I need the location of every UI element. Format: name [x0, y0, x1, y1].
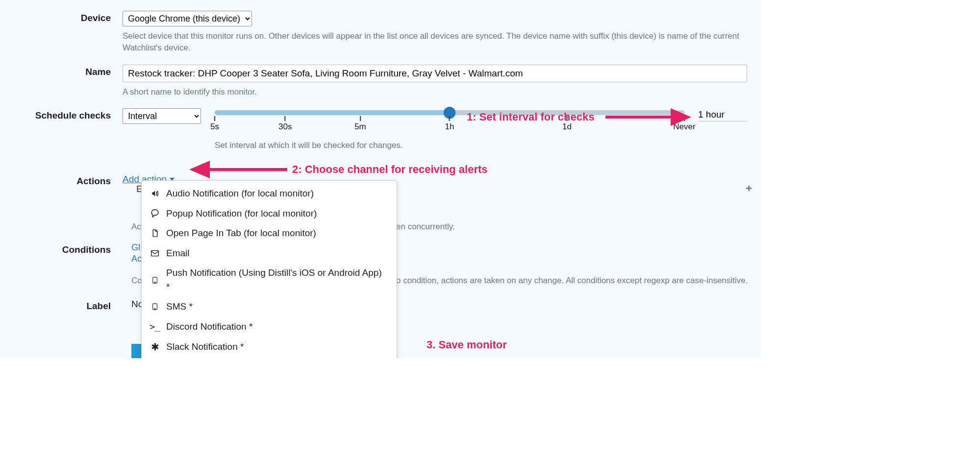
name-label: Name [0, 65, 123, 77]
label-label: Label [0, 299, 123, 312]
callout-1: 1: Set interval for checks [467, 111, 594, 123]
arrow-1-head [671, 108, 691, 126]
menu-sms[interactable]: SMS * [142, 297, 397, 317]
chat-icon [150, 209, 160, 218]
menu-open-page-tab[interactable]: Open Page In Tab (for local monitor) [142, 223, 397, 243]
name-row: Name A short name to identify this monit… [0, 54, 761, 98]
add-action-dropdown: Audio Notification (for local monitor) P… [141, 180, 397, 358]
name-help: A short name to identify this monitor. [123, 86, 747, 98]
add-item-plus[interactable]: + [746, 182, 752, 195]
conditions-help-prefix: Co [131, 276, 142, 286]
menu-audio-notification[interactable]: Audio Notification (for local monitor) [142, 184, 397, 204]
volume-icon [150, 189, 160, 198]
menu-discord-notification[interactable]: >_Discord Notification * [142, 317, 397, 337]
terminal-icon: >_ [150, 320, 160, 333]
file-icon [150, 229, 160, 238]
menu-popup-notification[interactable]: Popup Notification (for local monitor) [142, 204, 397, 224]
menu-push-notification[interactable]: Push Notification (Using Distill's iOS o… [142, 263, 397, 297]
callout-3: 3. Save monitor [427, 339, 507, 351]
phone-icon [150, 302, 160, 311]
interval-value-input[interactable] [698, 108, 747, 121]
device-label: Device [0, 11, 123, 24]
conditions-help-suffix: o condition, actions are taken on any ch… [396, 276, 748, 286]
schedule-mode-select[interactable]: Interval [123, 108, 201, 124]
arrow-2-head [189, 161, 210, 178]
svg-point-4 [154, 309, 155, 310]
conditions-link-1[interactable]: Gl [131, 242, 142, 253]
schedule-label: Schedule checks [0, 108, 123, 121]
menu-email[interactable]: Email [142, 243, 397, 264]
callout-2: 2: Choose channel for receiving alerts [292, 163, 488, 176]
menu-slack-notification[interactable]: ✱Slack Notification * [142, 337, 397, 357]
actions-help-prefix: Ac [131, 222, 141, 232]
device-select[interactable]: Google Chrome (this device) [123, 11, 252, 26]
envelope-icon [150, 249, 160, 258]
device-help: Select device that this monitor runs on.… [123, 30, 747, 54]
conditions-link-2[interactable]: Ac [131, 254, 142, 264]
schedule-help: Set interval at which it will be checked… [215, 141, 684, 150]
actions-help-suffix: en concurrently. [396, 222, 455, 232]
phone-icon [150, 276, 160, 285]
menu-webhook-call[interactable]: >_Webhook Call * [142, 357, 397, 358]
svg-point-2 [154, 282, 155, 283]
schedule-row: Schedule checks Interval 5s 30s 5m 1h [0, 97, 761, 150]
svg-rect-0 [151, 250, 159, 256]
interval-slider[interactable]: 5s 30s 5m 1h 1d Never Set interval at wh… [215, 108, 684, 150]
name-input[interactable] [123, 65, 747, 82]
device-row: Device Google Chrome (this device) Selec… [0, 0, 761, 54]
conditions-label: Conditions [0, 242, 123, 264]
slack-icon: ✱ [150, 339, 160, 354]
actions-label: Actions [0, 174, 123, 187]
